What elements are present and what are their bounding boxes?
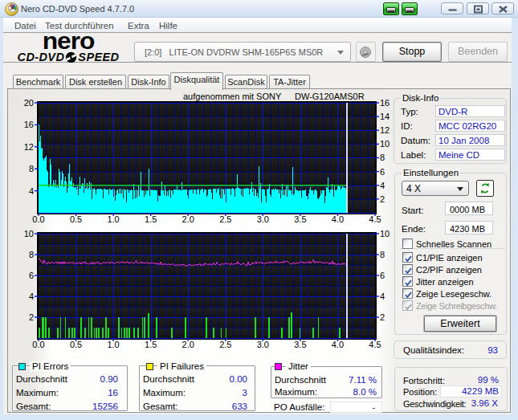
svg-text:DW-G120AMS0R: DW-G120AMS0R	[295, 92, 365, 101]
svg-text:2: 2	[380, 312, 385, 322]
svg-text:8: 8	[380, 153, 385, 162]
svg-text:4: 4	[380, 292, 385, 301]
svg-text:6: 6	[380, 167, 385, 177]
svg-text:10: 10	[380, 229, 390, 239]
svg-text:20: 20	[24, 98, 34, 108]
svg-text:4: 4	[29, 186, 34, 196]
svg-text:16: 16	[380, 98, 390, 108]
svg-text:8: 8	[29, 164, 34, 173]
svg-text:2: 2	[29, 312, 34, 322]
svg-text:aufgenommen mit SONY: aufgenommen mit SONY	[183, 92, 282, 101]
svg-text:2: 2	[380, 194, 385, 204]
svg-text:8: 8	[29, 250, 34, 259]
svg-text:14: 14	[380, 112, 390, 121]
svg-text:4: 4	[380, 181, 385, 190]
svg-text:12: 12	[380, 125, 390, 135]
svg-text:6: 6	[380, 271, 385, 280]
svg-text:6: 6	[29, 271, 34, 280]
svg-text:8: 8	[380, 250, 385, 259]
svg-text:12: 12	[24, 142, 34, 152]
svg-text:10: 10	[380, 139, 390, 149]
svg-text:16: 16	[24, 120, 34, 129]
svg-text:10: 10	[24, 229, 34, 239]
svg-text:4: 4	[29, 292, 34, 301]
